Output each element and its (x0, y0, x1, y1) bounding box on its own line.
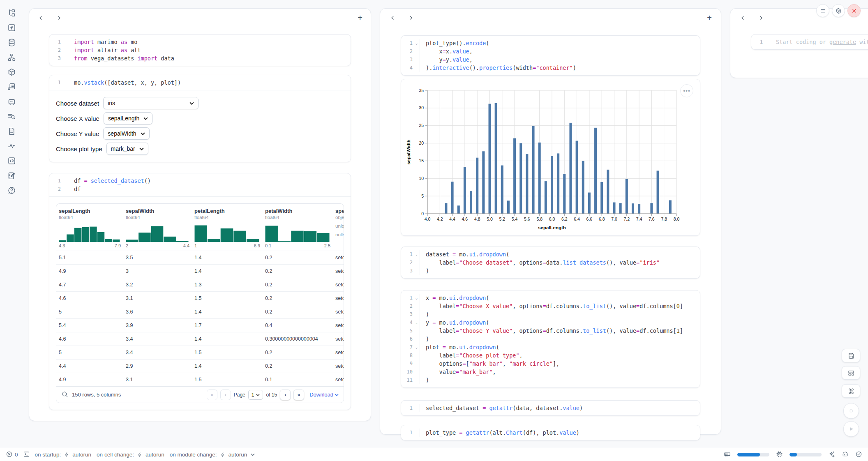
table-column-header[interactable]: petalLengthfloat6416.9 (192, 204, 263, 251)
code-line[interactable]: 1import marimo as mo (49, 38, 351, 46)
table-column-header[interactable]: sepalWidthfloat6424.4 (123, 204, 192, 251)
plot-cell[interactable]: 1⌄plot_type().encode(2 x=x.value,3 y=y.v… (401, 35, 700, 76)
code-line[interactable]: 11) (401, 376, 700, 384)
table-row[interactable]: 4.63.41.40.30000000000000004setosa (56, 332, 344, 346)
file-tree-icon[interactable] (7, 8, 16, 17)
code-line[interactable]: 1df = selected_dataset() (49, 177, 351, 185)
vstack-cell[interactable]: 1mo.vstack([dataset, x, y, plot]) Choose… (49, 75, 351, 162)
table-row[interactable]: 4.93.11.50.1setosa (56, 373, 344, 386)
document-icon[interactable] (7, 127, 16, 136)
layout-button[interactable] (842, 366, 860, 380)
next-page-button[interactable]: › (280, 390, 291, 400)
bar-chart[interactable]: 051015202530354.04.24.44.64.85.05.25.45.… (404, 84, 696, 231)
dataframe-cell[interactable]: 1df = selected_dataset()2df sepalLengthf… (49, 173, 351, 410)
vstack-code[interactable]: 1mo.vstack([dataset, x, y, plot]) (49, 75, 351, 90)
code-block-icon[interactable] (7, 156, 16, 165)
add-cell-button[interactable]: + (707, 14, 712, 22)
download-button[interactable]: Download (309, 392, 339, 398)
selected-dataset-cell[interactable]: 1selected_dataset = getattr(data, datase… (401, 400, 700, 416)
dataset-dropdown-cell[interactable]: 1⌄dataset = mo.ui.dropdown(2 label="Choo… (401, 247, 700, 279)
log-search-icon[interactable] (7, 112, 16, 121)
code-line[interactable]: 7⌄plot = mo.ui.dropdown( (401, 343, 700, 351)
run-mode-item[interactable]: on module change:autorun (170, 452, 255, 458)
code-line[interactable]: 1Start coding or generate with (751, 38, 868, 46)
code-line[interactable]: 3) (401, 267, 700, 275)
command-palette-button[interactable] (842, 384, 860, 398)
last-page-button[interactable]: » (293, 390, 304, 400)
code-line[interactable]: 2df (49, 185, 351, 193)
plot-type-code[interactable]: 1plot_type = getattr(alt.Chart(df), plot… (401, 425, 700, 440)
scratchpad-icon[interactable] (7, 171, 16, 180)
column-left-button[interactable] (389, 14, 396, 21)
save-button[interactable] (842, 349, 860, 362)
table-column-header[interactable]: sepalLengthfloat644.37.9 (56, 204, 123, 251)
settings-button[interactable] (832, 4, 845, 17)
first-page-button[interactable]: « (207, 390, 217, 400)
empty-editor-cell[interactable]: 1Start coding or generate with (751, 34, 868, 50)
table-row[interactable]: 53.61.40.2setosa (56, 305, 344, 318)
dropdown-select[interactable]: mark_bar (106, 143, 148, 155)
code-line[interactable]: 4).interactive().properties(width="conta… (401, 64, 700, 72)
column-right-button[interactable] (407, 14, 414, 21)
copilot-icon[interactable] (842, 451, 849, 459)
xyplot-code[interactable]: 1⌄x = mo.ui.dropdown(2 label="Choose X v… (401, 290, 700, 387)
code-line[interactable]: 1plot_type = getattr(alt.Chart(df), plot… (401, 429, 700, 437)
menu-button[interactable] (816, 4, 829, 17)
code-line[interactable]: 1selected_dataset = getattr(data, datase… (401, 404, 700, 412)
table-row[interactable]: 4.73.21.30.2setosa (56, 278, 344, 291)
code-line[interactable]: 2 label="Choose dataset", options=data.l… (401, 258, 700, 267)
sitemap-icon[interactable] (7, 53, 16, 62)
code-line[interactable]: 1mo.vstack([dataset, x, y, plot]) (49, 78, 351, 87)
close-button[interactable] (847, 4, 861, 17)
page-select[interactable]: 1 (248, 390, 263, 400)
errors-indicator[interactable]: 0 (6, 451, 18, 459)
table-row[interactable]: 5.43.91.70.4setosa (56, 318, 344, 332)
imports-cell[interactable]: 1import marimo as mo2import altair as al… (49, 34, 351, 66)
run-mode-item[interactable]: on startup:autorun (35, 452, 92, 458)
table-row[interactable]: 4.42.91.40.2setosa (56, 359, 344, 373)
dropdown-select[interactable]: iris (103, 97, 199, 109)
df-code[interactable]: 1df = selected_dataset()2df (49, 173, 351, 196)
dataset-code[interactable]: 1⌄dataset = mo.ui.dropdown(2 label="Choo… (401, 247, 700, 278)
code-line[interactable]: 4⌄y = mo.ui.dropdown( (401, 318, 700, 327)
code-line[interactable]: 3 y=y.value, (401, 55, 700, 64)
activity-icon[interactable] (7, 141, 16, 150)
selected-dataset-code[interactable]: 1selected_dataset = getattr(data, datase… (401, 401, 700, 415)
code-line[interactable]: 1⌄plot_type().encode( (401, 39, 700, 47)
code-line[interactable]: 2 x=x.value, (401, 47, 700, 55)
chat-bot-icon[interactable] (7, 97, 16, 106)
search-icon[interactable] (61, 391, 68, 399)
stop-button[interactable] (843, 403, 859, 419)
table-row[interactable]: 53.41.50.2setosa (56, 346, 344, 359)
code-line[interactable]: 8 label="Choose plot type", (401, 351, 700, 360)
database-icon[interactable] (7, 38, 16, 47)
package-icon[interactable] (7, 67, 16, 76)
ai-sparkles-icon[interactable] (828, 451, 835, 459)
run-button[interactable] (843, 421, 859, 437)
column-right-button[interactable] (55, 14, 62, 21)
table-column-header[interactable]: speciesobjectunique:nulls: (333, 204, 344, 251)
dropdown-select[interactable]: sepalWidth (103, 127, 149, 140)
code-line[interactable]: 3from vega_datasets import data (49, 54, 351, 62)
chart-menu-button[interactable]: ••• (680, 84, 693, 97)
code-line[interactable]: 5 label="Choose Y value", options=df.col… (401, 327, 700, 335)
column-left-button[interactable] (37, 14, 44, 21)
terminal-icon[interactable] (23, 451, 30, 459)
column-right-button[interactable] (757, 14, 764, 21)
prev-page-button[interactable]: ‹ (220, 390, 231, 400)
code-line[interactable]: 10 value="mark_bar", (401, 368, 700, 376)
table-column-header[interactable]: petalWidthfloat640.12.5 (263, 204, 333, 251)
code-line[interactable]: 2 label="Choose X value", options=df.col… (401, 302, 700, 310)
function-icon[interactable] (7, 23, 16, 32)
column-left-button[interactable] (739, 14, 746, 21)
help-icon[interactable] (7, 186, 16, 195)
imports-code[interactable]: 1import marimo as mo2import altair as al… (49, 35, 351, 66)
code-line[interactable]: 1⌄x = mo.ui.dropdown( (401, 294, 700, 302)
plot-type-cell[interactable]: 1plot_type = getattr(alt.Chart(df), plot… (401, 425, 700, 440)
run-mode-item[interactable]: on cell change:autorun (97, 452, 164, 458)
xy-plot-dropdown-cell[interactable]: 1⌄x = mo.ui.dropdown(2 label="Choose X v… (401, 290, 700, 388)
code-line[interactable]: 3) (401, 310, 700, 318)
code-line[interactable]: 6) (401, 335, 700, 343)
code-line[interactable]: 1⌄dataset = mo.ui.dropdown( (401, 250, 700, 258)
dropdown-select[interactable]: sepalLength (104, 112, 152, 124)
